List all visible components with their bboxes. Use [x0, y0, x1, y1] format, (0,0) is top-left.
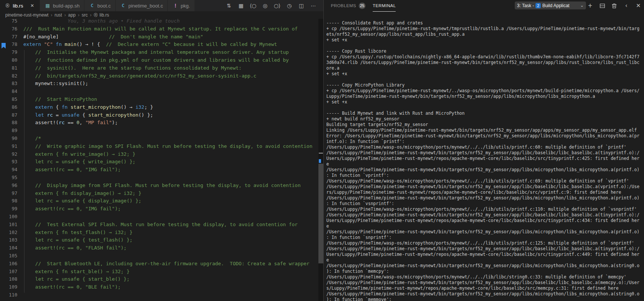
code-line-108[interactable]: 108 let rc = unsafe { start_ble() }; [0, 275, 323, 283]
code-line-96[interactable]: 96 // Display image from SPI Flash. Must… [0, 182, 323, 190]
code-line-76[interactable]: 76/// Rust Main Function main() will be … [0, 25, 323, 33]
line-number[interactable]: 107 [0, 268, 17, 276]
code-line-78[interactable]: 78extern "C" fn main() → ! { // Declare … [0, 41, 323, 49]
line-number[interactable]: 76 [0, 25, 17, 33]
line-number[interactable]: 110 [0, 291, 17, 299]
line-number[interactable]: 84 [0, 88, 17, 96]
close-panel-icon[interactable]: ✕ [635, 2, 642, 9]
terminal-selector-dropdown[interactable]: 3: Task - 2 Build Applicat ⌄ [515, 2, 586, 9]
line-number[interactable]: 108 [0, 275, 17, 283]
line-number[interactable]: 87 [0, 111, 17, 119]
line-number[interactable]: 89 [0, 127, 17, 135]
breadcrumb-item-src[interactable]: src [82, 12, 88, 18]
more-actions-icon[interactable]: ⋯ [310, 3, 317, 9]
code-line-82[interactable]: 82 // bin/targets/nrf52_my_sensor/genera… [0, 72, 323, 80]
code-line-95[interactable]: 95 [0, 174, 323, 182]
tab-pinetime-boot-c[interactable]: Cpinetime_boot.c [116, 0, 168, 11]
code-line-99[interactable]: 99 assert!(rc == 0, "IMG fail"); [0, 205, 323, 213]
tab-lib-rs[interactable]: ®lib.rs✕ [0, 0, 40, 11]
code-line-89[interactable]: 89 [0, 127, 323, 135]
open-preview-icon[interactable]: ▦ [237, 3, 245, 9]
code-line-83[interactable]: 83 mynewt::sysinit(); [0, 80, 323, 88]
line-number[interactable]: 77 [0, 33, 17, 41]
tab-build-app-sh[interactable]: ▤build-app.sh [40, 0, 84, 11]
line-number[interactable]: 106 [0, 260, 17, 268]
split-editor-icon[interactable]: ◫ [298, 3, 305, 9]
code-line-109[interactable]: 109 assert!(rc == 0, "BLE fail"); [0, 283, 323, 291]
line-number[interactable]: 100 [0, 213, 17, 221]
tab-boot-c[interactable]: Cboot.c [84, 0, 115, 11]
code-line-80[interactable]: 80 // functions defined in pkg.yml of ou… [0, 56, 323, 64]
code-line-98[interactable]: 98 let rc = unsafe { display_image() }; [0, 197, 323, 205]
line-number[interactable]: 94 [0, 166, 17, 174]
breadcrumb-item-pinetime-rust-mynewt[interactable]: pinetime-rust-mynewt [5, 12, 49, 18]
tab-pkg-[interactable]: !pkg. [168, 0, 194, 11]
line-number[interactable]: 92 [0, 150, 17, 158]
code-line-103[interactable]: 103 let rc = unsafe { test_flash() }; [0, 236, 323, 244]
terminal-output[interactable]: ----- Consolidate Rust app and crates+ c… [324, 17, 644, 301]
close-tab-icon[interactable]: ✕ [29, 3, 35, 8]
line-number[interactable]: 96 [0, 182, 17, 190]
line-number[interactable]: 103 [0, 236, 17, 244]
line-number[interactable]: 99 [0, 205, 17, 213]
code-line-97[interactable]: 97 extern { fn display_image() → i32; } [0, 190, 323, 198]
line-number[interactable]: 82 [0, 72, 17, 80]
next-change-icon[interactable]: ○⟩ [274, 3, 281, 9]
line-number[interactable]: 95 [0, 174, 17, 182]
kill-terminal-icon[interactable] [611, 3, 618, 9]
compare-working-icon[interactable]: ◎ [262, 3, 269, 9]
line-number[interactable]: 88 [0, 119, 17, 127]
code-line-85[interactable]: 85 // Start MicroPython [0, 96, 323, 103]
line-number[interactable]: 85 [0, 96, 17, 103]
file-history-icon[interactable]: ◷ [286, 3, 293, 9]
code-line-100[interactable]: 100 [0, 213, 323, 221]
code-line-105[interactable]: 105 [0, 252, 323, 260]
code-line-81[interactable]: 81 // sysinit(). Here are the startup fu… [0, 64, 323, 72]
code-line-84[interactable]: 84 [0, 88, 323, 96]
code-line-102[interactable]: 102 extern { fn test_flash() → i32; } [0, 229, 323, 237]
line-number[interactable]: 80 [0, 56, 17, 64]
line-number[interactable]: 93 [0, 158, 17, 166]
code-editor[interactable]: 75 You, 3 months ago • Fixed handle touc… [0, 19, 323, 301]
line-number[interactable]: 102 [0, 229, 17, 237]
new-terminal-icon[interactable]: + [587, 2, 594, 9]
code-line-87[interactable]: 87 let rc = unsafe { start_micropython()… [0, 111, 323, 119]
prev-change-icon[interactable]: ⟨○ [249, 3, 257, 9]
split-terminal-icon[interactable] [599, 3, 606, 9]
line-number[interactable]: 81 [0, 64, 17, 72]
line-number[interactable]: 83 [0, 80, 17, 88]
line-number[interactable]: 101 [0, 221, 17, 229]
code-line-110[interactable]: 110 [0, 291, 323, 299]
code-line-79[interactable]: 79 // Initialise the Mynewt packages and… [0, 49, 323, 56]
code-line-94[interactable]: 94 assert!(rc == 0, "IMG fail"); [0, 166, 323, 174]
open-changes-icon[interactable]: ⇅ [225, 3, 233, 9]
line-number[interactable]: 97 [0, 190, 17, 198]
breadcrumb-item-app[interactable]: app [68, 12, 76, 18]
code-line-101[interactable]: 101 // Test External SPI Flash. Must run… [0, 221, 323, 229]
line-number[interactable]: 86 [0, 103, 17, 111]
code-line-104[interactable]: 104 assert!(rc == 0, "FLASH fail"); [0, 244, 323, 252]
line-number[interactable]: 91 [0, 143, 17, 150]
code-line-88[interactable]: 88 assert!(rc == 0, "MP fail"); [0, 119, 323, 127]
code-line-91[interactable]: 91 // Write graphic image to SPI Flash. … [0, 143, 323, 150]
line-number[interactable]: 109 [0, 283, 17, 291]
breadcrumb-item-rust[interactable]: rust [55, 12, 62, 18]
code-line-90[interactable]: 90 /* [0, 135, 323, 143]
code-line-93[interactable]: 93 let rc = unsafe { write_image() }; [0, 158, 323, 166]
code-line-92[interactable]: 92 extern { fn write_image() → i32; } [0, 150, 323, 158]
code-line-86[interactable]: 86 extern { fn start_micropython() → i32… [0, 103, 323, 111]
line-number[interactable]: 90 [0, 135, 17, 143]
code-line-77[interactable]: 77#[no_mangle] // Don't mangle the name … [0, 33, 323, 41]
line-number[interactable]: 75 [0, 19, 17, 25]
code-line-75[interactable]: 75 You, 3 months ago • Fixed handle touc… [0, 19, 323, 25]
tab-terminal[interactable]: TERMINAL [373, 0, 396, 12]
code-line-106[interactable]: 106 // Start Bluetooth LE, including ove… [0, 260, 323, 268]
line-number[interactable]: 98 [0, 197, 17, 205]
line-number[interactable]: 105 [0, 252, 17, 260]
code-line-107[interactable]: 107 extern { fn start_ble() → i32; } [0, 268, 323, 276]
editor-scrollbar-thumb[interactable] [318, 164, 323, 263]
breadcrumb-file[interactable]: ®lib.rs [94, 12, 109, 18]
panel-chevron-icon[interactable]: ‹ [623, 2, 630, 9]
line-number[interactable]: 104 [0, 244, 17, 252]
tab-problems[interactable]: PROBLEMS 25 [331, 0, 366, 11]
